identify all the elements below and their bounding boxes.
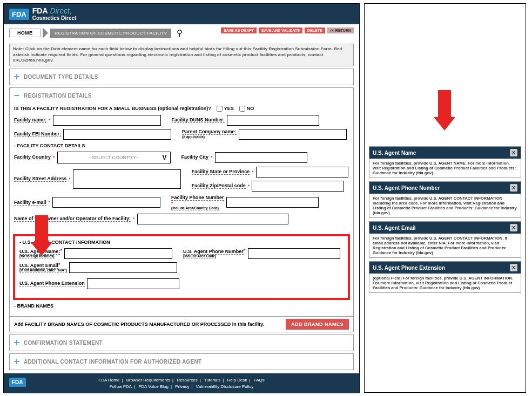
section-doc-type-header[interactable]: + DOCUMENT TYPE DETAILS: [10, 69, 353, 85]
close-icon[interactable]: X: [510, 224, 517, 231]
section-confirmation-header[interactable]: + CONFIRMATION STATEMENT: [10, 335, 353, 351]
breadcrumb: HOME REGISTRATION OF COSMETIC PRODUCT FA…: [4, 24, 359, 42]
facility-phone-sublabel: (include Area/Country Code): [171, 206, 219, 210]
save-draft-button[interactable]: SAVE AS DRAFT: [221, 28, 257, 33]
section-reg-header[interactable]: − REGISTRATION DETAILS: [10, 88, 353, 104]
breadcrumb-arrow-icon: [43, 28, 48, 38]
brand-names-text: Add FACILITY BRAND NAMES OF COSMETIC PRO…: [14, 322, 264, 327]
facility-zip-label: Facility Zip/Postal code: [192, 183, 246, 189]
section-confirmation: + CONFIRMATION STATEMENT: [9, 334, 354, 351]
facility-street-label: Facility Street Address: [14, 176, 66, 182]
callout-arrow-icon: [31, 215, 52, 258]
section-confirmation-title: CONFIRMATION STATEMENT: [24, 340, 103, 346]
agent-email-input[interactable]: [69, 262, 177, 273]
close-icon[interactable]: X: [510, 184, 517, 192]
instruction-note: Note: Click on the Data element name for…: [9, 44, 354, 66]
owner-operator-input[interactable]: [137, 214, 288, 224]
delete-button[interactable]: DELETE: [305, 28, 325, 33]
footer-link[interactable]: Browser Requirements: [126, 378, 170, 383]
facility-street-input[interactable]: [73, 169, 181, 189]
facility-city-label: Facility City: [181, 154, 209, 160]
yes-checkbox[interactable]: [217, 106, 223, 112]
facility-email-input[interactable]: [52, 197, 160, 208]
page-footer: FDA FDA Home| Browser Requirements| Reso…: [4, 373, 359, 393]
close-icon[interactable]: X: [510, 149, 517, 156]
footer-links-row2: Follow FDA| FDA Voice Blog| Privacy| Vul…: [9, 384, 354, 389]
agent-ext-label: U.S. Agent Phone Extension: [19, 281, 85, 286]
fda-logo: FDA: [9, 9, 29, 20]
facility-zip-input[interactable]: [252, 181, 344, 192]
add-brand-names-button[interactable]: ADD BRAND NAMES: [286, 319, 349, 330]
facility-phone-label: Facility Phone Number: [171, 195, 224, 201]
agent-phone-input[interactable]: [248, 248, 340, 259]
facility-duns-input[interactable]: [227, 115, 319, 126]
section-reg-title: REGISTRATION DETAILS: [24, 93, 92, 99]
facility-state-input[interactable]: [256, 167, 348, 177]
callout-arrow-icon: [434, 90, 455, 133]
title-subtitle: Cosmetics Direct: [32, 15, 77, 21]
help-title: U.S. Agent Name: [373, 150, 416, 156]
footer-link[interactable]: FAQs: [254, 378, 265, 383]
expand-icon: +: [13, 356, 21, 367]
help-body: For foreign facilities, provide U.S. AGE…: [369, 194, 521, 217]
no-checkbox[interactable]: [239, 106, 245, 112]
expand-icon: +: [13, 71, 21, 83]
agent-ext-input[interactable]: [87, 278, 179, 289]
agent-name-input[interactable]: [64, 248, 172, 259]
collapse-icon: −: [13, 90, 21, 101]
us-agent-section-highlighted: - U.S. AGENT CONTACT INFORMATION U.S. Ag…: [13, 234, 350, 300]
help-card-agent-ext: U.S. Agent Phone ExtensionX (optional Fi…: [369, 261, 521, 293]
facility-name-input[interactable]: [53, 115, 161, 126]
facility-phone-input[interactable]: [226, 197, 319, 208]
help-body: For foreign facilities, provide U.S. AGE…: [369, 159, 521, 177]
footer-link[interactable]: Privacy: [175, 384, 189, 389]
footer-link[interactable]: Resources: [177, 378, 197, 383]
small-business-yes[interactable]: YES: [217, 106, 234, 112]
fei-number-label: Facility FEI Number:: [14, 131, 61, 137]
help-panel: U.S. Agent NameX For foreign facilities,…: [364, 3, 526, 393]
footer-fda-logo: FDA: [9, 378, 26, 387]
save-validate-button[interactable]: SAVE AND VALIDATE: [259, 28, 302, 33]
close-icon[interactable]: X: [510, 264, 517, 271]
help-title: U.S. Agent Phone Number: [373, 185, 440, 191]
small-business-no[interactable]: NO: [239, 106, 254, 112]
section-additional: + ADDITIONAL CONTACT INFORMATION FOR AUT…: [9, 353, 354, 370]
footer-link[interactable]: Tutorials: [204, 378, 220, 383]
facility-name-label: Facility name:: [14, 117, 46, 123]
footer-link[interactable]: Vulnerability Disclosure Policy: [196, 384, 253, 389]
footer-link[interactable]: Follow FDA: [110, 384, 132, 389]
help-body: (optional Field) For foreign facilities,…: [369, 274, 521, 292]
agent-phone-sublabel: (include Area Code): [183, 254, 216, 258]
facility-contact-heading: - FACILITY CONTACT DETAILS: [14, 143, 349, 148]
footer-link[interactable]: FDA Home: [98, 378, 119, 383]
main-panel: FDA FDA Direct, Cosmetics Direct HOME RE…: [3, 3, 360, 393]
section-doc-type: + DOCUMENT TYPE DETAILS: [9, 69, 354, 85]
parent-company-sublabel: (if applicable): [182, 135, 205, 139]
title-light: Direct,: [50, 6, 71, 15]
footer-link[interactable]: FDA Voice Blog: [138, 384, 169, 389]
breadcrumb-current: REGISTRATION OF COSMETIC PRODUCT FACILIT…: [50, 29, 171, 38]
help-title: U.S. Agent Phone Extension: [373, 265, 445, 271]
section-additional-header[interactable]: + ADDITIONAL CONTACT INFORMATION FOR AUT…: [10, 354, 353, 370]
agent-email-sublabel: (if not available, enter "N/A"): [19, 268, 67, 272]
facility-city-input[interactable]: [215, 152, 307, 163]
app-header: FDA FDA Direct, Cosmetics Direct: [4, 4, 359, 24]
fei-number-input[interactable]: [63, 129, 171, 140]
help-body: For foreign facilities, provide U.S. AGE…: [369, 234, 521, 257]
parent-company-label: Parent Company name:: [182, 129, 237, 135]
home-button[interactable]: HOME: [9, 29, 41, 37]
help-card-agent-phone: U.S. Agent Phone NumberX For foreign fac…: [369, 181, 521, 218]
title-bold: FDA: [32, 6, 48, 15]
facility-country-select[interactable]: --SELECT COUNTRY--: [57, 152, 171, 163]
facility-duns-label: Facility DUNS Number:: [172, 117, 225, 123]
section-additional-title: ADDITIONAL CONTACT INFORMATION FOR AUTHO…: [24, 359, 202, 365]
facility-state-label: Facility State or Province: [192, 169, 250, 175]
expand-icon: +: [13, 337, 21, 349]
section-doc-type-title: DOCUMENT TYPE DETAILS: [24, 74, 98, 80]
us-agent-heading: - U.S. AGENT CONTACT INFORMATION: [19, 240, 344, 245]
parent-company-input[interactable]: [239, 129, 347, 140]
help-card-agent-name: U.S. Agent NameX For foreign facilities,…: [369, 146, 521, 178]
return-button[interactable]: << RETURN: [327, 28, 354, 33]
footer-links-row1: FDA Home| Browser Requirements| Resource…: [9, 378, 354, 383]
footer-link[interactable]: Help Desk: [227, 378, 247, 383]
